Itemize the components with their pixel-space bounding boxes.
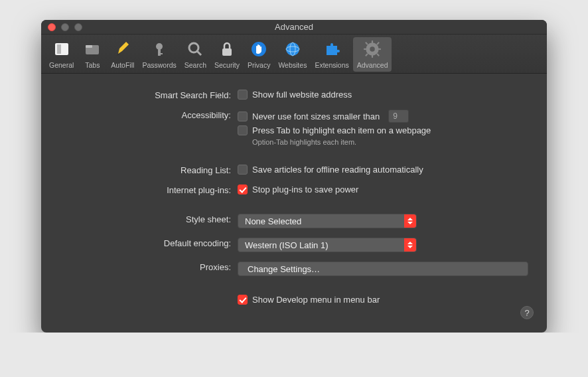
offline-reading-checkbox[interactable] [238, 165, 248, 175]
tab-passwords[interactable]: Passwords [138, 37, 180, 72]
svg-rect-18 [364, 48, 366, 50]
puzzle-icon [321, 38, 342, 60]
develop-menu-checkbox[interactable] [238, 295, 248, 305]
proxies-label: Proxies: [60, 262, 238, 272]
titlebar: Advanced [41, 20, 547, 35]
svg-point-11 [286, 42, 299, 56]
style-sheet-label: Style sheet: [60, 214, 238, 224]
min-font-size-label: Never use font sizes smaller than [252, 112, 380, 121]
svg-rect-6 [158, 53, 163, 54]
tab-label: Privacy [248, 61, 270, 69]
tab-label: Tabs [85, 61, 100, 69]
preferences-window: Advanced General Tabs AutoFill Passwords [41, 20, 547, 333]
pencil-icon [112, 38, 133, 60]
svg-rect-3 [86, 45, 92, 48]
encoding-select[interactable]: Western (ISO Latin 1) [238, 238, 417, 252]
svg-line-8 [197, 51, 201, 55]
tab-extensions[interactable]: Extensions [311, 37, 352, 72]
help-button[interactable]: ? [520, 306, 534, 319]
tab-label: Search [184, 61, 206, 69]
plugins-label: Internet plug-ins: [60, 185, 238, 195]
svg-rect-22 [376, 42, 380, 45]
tab-general[interactable]: General [45, 37, 78, 72]
min-font-size-checkbox[interactable] [238, 112, 248, 121]
option-tab-hint: Option-Tab highlights each item. [252, 138, 528, 146]
min-font-size-select[interactable]: 9 [388, 110, 409, 123]
tab-advanced[interactable]: Advanced [353, 37, 392, 72]
tab-label: Security [214, 61, 240, 69]
change-proxy-settings-button[interactable]: Change Settings… [238, 262, 528, 276]
svg-rect-9 [222, 48, 232, 56]
tab-search[interactable]: Search [181, 37, 210, 72]
window-controls [41, 23, 82, 31]
close-window-button[interactable] [48, 23, 56, 31]
svg-point-15 [370, 46, 375, 52]
style-sheet-select[interactable]: None Selected [238, 214, 417, 228]
preferences-toolbar: General Tabs AutoFill Passwords Search [41, 35, 547, 74]
show-full-url-checkbox[interactable] [238, 90, 248, 100]
pane-advanced: Smart Search Field: Show full website ad… [41, 74, 547, 333]
gear-icon [362, 38, 383, 60]
accessibility-label: Accessibility: [60, 110, 238, 120]
search-icon [184, 38, 206, 60]
svg-rect-23 [365, 53, 368, 56]
encoding-value: Western (ISO Latin 1) [245, 240, 328, 250]
svg-point-7 [189, 43, 198, 52]
stop-plugins-checkbox[interactable] [238, 185, 248, 194]
tab-label: AutoFill [111, 61, 134, 69]
globe-icon [282, 38, 303, 60]
window-title: Advanced [41, 22, 547, 32]
tab-autofill[interactable]: AutoFill [107, 37, 138, 72]
svg-rect-1 [57, 44, 61, 54]
svg-rect-20 [365, 42, 368, 45]
tab-highlight-checkbox[interactable] [238, 125, 248, 135]
tab-tabs[interactable]: Tabs [78, 37, 107, 72]
svg-rect-17 [372, 55, 373, 58]
key-icon [149, 38, 170, 60]
tab-label: Websites [278, 61, 307, 69]
tab-label: Passwords [142, 61, 176, 69]
smart-search-label: Smart Search Field: [60, 90, 238, 100]
svg-rect-19 [378, 48, 381, 50]
encoding-label: Default encoding: [60, 238, 238, 248]
svg-rect-16 [372, 40, 373, 43]
tab-label: Advanced [357, 61, 388, 69]
svg-rect-21 [376, 53, 380, 56]
tab-privacy[interactable]: Privacy [244, 37, 274, 72]
style-sheet-value: None Selected [245, 216, 301, 226]
tab-highlight-label: Press Tab to highlight each item on a we… [252, 125, 431, 135]
offline-reading-label: Save articles for offline reading automa… [252, 165, 423, 175]
lock-icon [216, 38, 238, 60]
minimize-window-button[interactable] [61, 23, 69, 31]
tab-websites[interactable]: Websites [274, 37, 311, 72]
tab-security[interactable]: Security [210, 37, 244, 72]
show-full-url-label: Show full website address [252, 90, 352, 100]
reading-list-label: Reading List: [60, 165, 238, 175]
chevron-updown-icon [404, 214, 416, 228]
develop-menu-label: Show Develop menu in menu bar [252, 295, 380, 305]
chevron-updown-icon [404, 238, 416, 252]
svg-rect-5 [158, 48, 161, 56]
tab-label: Extensions [315, 61, 348, 69]
tabs-icon [82, 38, 103, 60]
hand-icon [248, 38, 269, 60]
tab-label: General [49, 61, 74, 69]
stop-plugins-label: Stop plug-ins to save power [252, 185, 358, 194]
zoom-window-button[interactable] [74, 23, 82, 31]
switch-icon [51, 38, 72, 60]
